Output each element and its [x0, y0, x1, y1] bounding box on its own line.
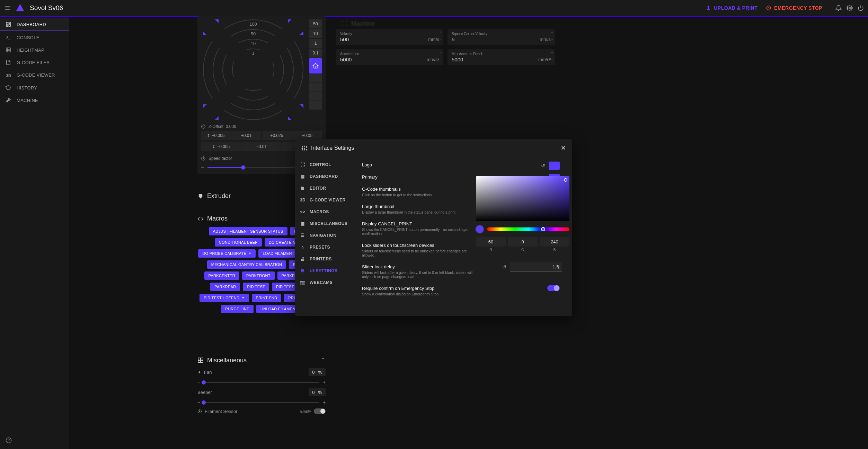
upload-print-button[interactable]: UPLOAD & PRINT [706, 5, 758, 11]
help-icon[interactable] [6, 437, 12, 443]
home-xy-corner-icon[interactable] [288, 104, 303, 120]
settings-tab-macros[interactable]: <>MACROS [295, 206, 356, 218]
babystep-button[interactable]: ↥ +0.005 [201, 131, 231, 140]
z-step-button[interactable] [309, 74, 322, 83]
color-r-input[interactable] [476, 237, 506, 247]
fan-value[interactable]: 0 [312, 370, 315, 375]
fan-slider[interactable] [204, 382, 320, 383]
beeper-slider[interactable] [204, 402, 320, 403]
z-offset-label: Z-Offset: 0.000 [209, 124, 236, 129]
reset-icon[interactable]: ↺ [502, 264, 506, 270]
stepper-down-icon[interactable]: ⌄ [439, 37, 442, 41]
color-saturation-value[interactable] [476, 176, 569, 221]
limit-value[interactable]: 5 [452, 36, 454, 42]
minus-icon[interactable]: − [201, 164, 204, 171]
babystep-button[interactable]: −0.01 [241, 142, 281, 151]
color-swatch[interactable] [549, 162, 560, 170]
stepper-down-icon[interactable]: ⌄ [551, 57, 553, 61]
settings-tab-ui-settings[interactable]: ⚙UI-SETTINGS [295, 265, 356, 277]
settings-icon[interactable] [847, 5, 853, 11]
z-step-button[interactable] [309, 83, 322, 92]
sidenav-item-heightmap[interactable]: HEIGHTMAP [0, 44, 69, 56]
toggle-switch[interactable] [547, 285, 560, 291]
close-icon[interactable]: ✕ [561, 144, 566, 152]
sidenav-item-g-code-files[interactable]: G-CODE FILES [0, 56, 69, 69]
stepper-down-icon[interactable]: ⌄ [551, 37, 553, 41]
filament-sensor-toggle[interactable] [314, 408, 326, 414]
sidenav-item-dashboard[interactable]: DASHBOARD [0, 18, 69, 31]
stepper-down-icon[interactable]: ⌄ [439, 57, 442, 61]
beeper-value[interactable]: 0 [312, 390, 315, 395]
macro-button[interactable]: PARKFRONT [242, 271, 275, 280]
settings-tab-dashboard[interactable]: ▦DASHBOARD [295, 171, 356, 182]
home-xy-corner-icon[interactable] [203, 104, 219, 120]
macros-title: Macros [207, 215, 228, 222]
stepper-up-icon[interactable]: ⌃ [439, 51, 442, 55]
color-b-input[interactable] [540, 237, 569, 247]
settings-tab-g-code viewer[interactable]: 3DG-CODE VIEWER [295, 194, 356, 206]
extruder-title: Extruder [207, 192, 231, 200]
reset-icon[interactable]: ↺ [541, 163, 545, 169]
home-xy-corner-icon[interactable] [203, 19, 219, 35]
sidenav-item-machine[interactable]: MACHINE [0, 94, 69, 106]
settings-tab-webcams[interactable]: 📷WEBCAMS [295, 277, 356, 288]
z-step-button[interactable]: 0.1 [309, 49, 322, 58]
z-step-button[interactable]: 50 [309, 19, 322, 28]
slider-delay-input[interactable] [510, 262, 562, 272]
home-xy-corner-icon[interactable] [288, 19, 303, 35]
plus-icon[interactable]: + [323, 400, 326, 405]
color-hue-slider[interactable] [487, 227, 569, 231]
babystep-button[interactable]: ↧ −0.005 [201, 142, 241, 151]
settings-tab-control[interactable]: ⛶CONTROL [295, 159, 356, 171]
stepper-up-icon[interactable]: ⌃ [551, 51, 553, 55]
limit-value[interactable]: 5000 [340, 57, 352, 62]
z-home-button[interactable] [309, 58, 322, 74]
macro-button[interactable]: DO PROBE CALIBRATE▼ [198, 249, 256, 258]
z-step-button[interactable] [309, 101, 322, 110]
macro-button[interactable]: PID TEST HOTEND▼ [200, 294, 249, 302]
z-step-button[interactable] [309, 92, 322, 101]
minus-icon[interactable]: − [197, 400, 200, 405]
macro-button[interactable]: PURGE LINE [221, 305, 254, 313]
settings-row-label: Logo [362, 162, 566, 167]
macro-button[interactable]: PARKREAR [210, 283, 240, 291]
macro-button[interactable]: CONDITIONAL BEEP [215, 238, 262, 247]
color-g-input[interactable] [508, 237, 538, 247]
chevron-down-icon[interactable]: ▼ [241, 296, 245, 300]
macro-button[interactable]: PRINT END [252, 294, 282, 302]
settings-tab-editor[interactable]: 🗎EDITOR [295, 182, 356, 194]
minus-icon[interactable]: − [197, 380, 200, 385]
settings-tab-presets[interactable]: ⛬PRESETS [295, 241, 356, 253]
code-icon [197, 216, 204, 222]
settings-tab-label: WEBCAMS [310, 280, 333, 285]
macro-button[interactable]: PID TEST [243, 283, 269, 291]
settings-tab-navigation[interactable]: ☰NAVIGATION [295, 230, 356, 241]
power-icon[interactable] [858, 5, 864, 11]
macro-button[interactable]: ADJUST FILAMENT SENSOR STATUS [209, 227, 287, 235]
sidenav-item-g-code-viewer[interactable]: 3DG-CODE VIEWER [0, 69, 69, 81]
miscellaneous-section: Miscellaneous ⌃ ✦Fan 0% − + Beeper 0% − … [197, 356, 326, 414]
emergency-stop-button[interactable]: EMERGENCY STOP [766, 5, 822, 11]
settings-tab-miscellaneous[interactable]: ▩MISCELLANEOUS [295, 218, 356, 230]
plus-icon[interactable]: + [323, 380, 326, 385]
chevron-down-icon[interactable]: ▼ [248, 252, 251, 255]
xy-jog-control[interactable]: 100 50 10 1 [203, 19, 303, 120]
sidenav-item-console[interactable]: CONSOLE [0, 31, 69, 44]
limit-value[interactable]: 500 [340, 36, 349, 42]
sidenav-item-history[interactable]: HISTORY [0, 81, 69, 94]
limit-label: Acceleration [340, 52, 439, 56]
limit-value[interactable]: 5000 [452, 57, 463, 62]
chevron-up-icon[interactable]: ⌃ [320, 356, 326, 364]
notifications-icon[interactable] [835, 5, 842, 11]
z-step-button[interactable]: 10 [309, 29, 322, 38]
babystep-button[interactable]: +0.05 [292, 131, 322, 140]
macro-button[interactable]: PARKCENTER [204, 271, 239, 280]
stepper-up-icon[interactable]: ⌃ [551, 31, 553, 35]
settings-tab-printers[interactable]: 🖨PRINTERS [295, 253, 356, 265]
macro-button[interactable]: MECHANICAL GANTRY CALIBRATION [207, 260, 286, 269]
stepper-up-icon[interactable]: ⌃ [439, 31, 442, 35]
babystep-button[interactable]: +0.025 [262, 131, 292, 140]
menu-icon[interactable] [4, 5, 11, 11]
babystep-button[interactable]: +0.01 [231, 131, 261, 140]
z-step-button[interactable]: 1 [309, 39, 322, 48]
